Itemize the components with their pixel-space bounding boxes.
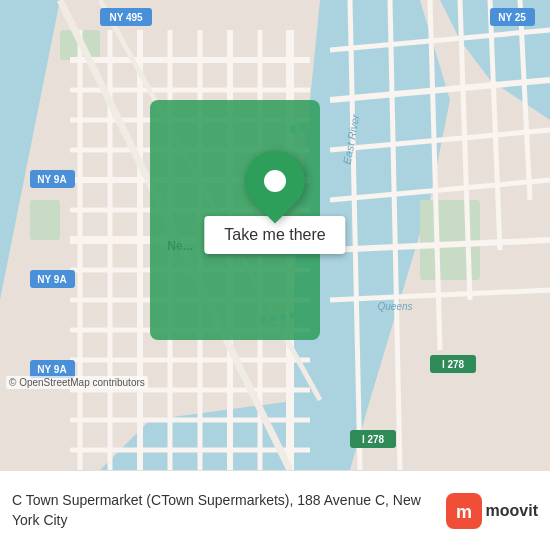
moovit-label: moovit bbox=[486, 502, 538, 520]
footer: C Town Supermarket (CTown Supermarkets),… bbox=[0, 470, 550, 550]
svg-text:NY 9A: NY 9A bbox=[37, 364, 66, 375]
svg-text:NY 25: NY 25 bbox=[498, 12, 526, 23]
svg-text:I 278: I 278 bbox=[362, 434, 385, 445]
svg-text:NY 9A: NY 9A bbox=[37, 174, 66, 185]
moovit-logo: m moovit bbox=[446, 493, 538, 529]
svg-text:I 278: I 278 bbox=[442, 359, 465, 370]
svg-text:NY 9A: NY 9A bbox=[37, 274, 66, 285]
map-pin bbox=[245, 151, 305, 211]
map-container: NY 495 NY 25 NY 9A NY 9A NY 9A I 278 I 2… bbox=[0, 0, 550, 470]
svg-rect-7 bbox=[30, 200, 60, 240]
svg-text:m: m bbox=[456, 502, 472, 522]
svg-text:NY 495: NY 495 bbox=[109, 12, 143, 23]
svg-text:Queens: Queens bbox=[377, 301, 412, 312]
osm-attribution: © OpenStreetMap contributors bbox=[6, 376, 148, 389]
pin-shape bbox=[233, 139, 318, 224]
pin-dot bbox=[264, 170, 286, 192]
moovit-icon: m bbox=[446, 493, 482, 529]
footer-address: C Town Supermarket (CTown Supermarkets),… bbox=[12, 491, 434, 530]
